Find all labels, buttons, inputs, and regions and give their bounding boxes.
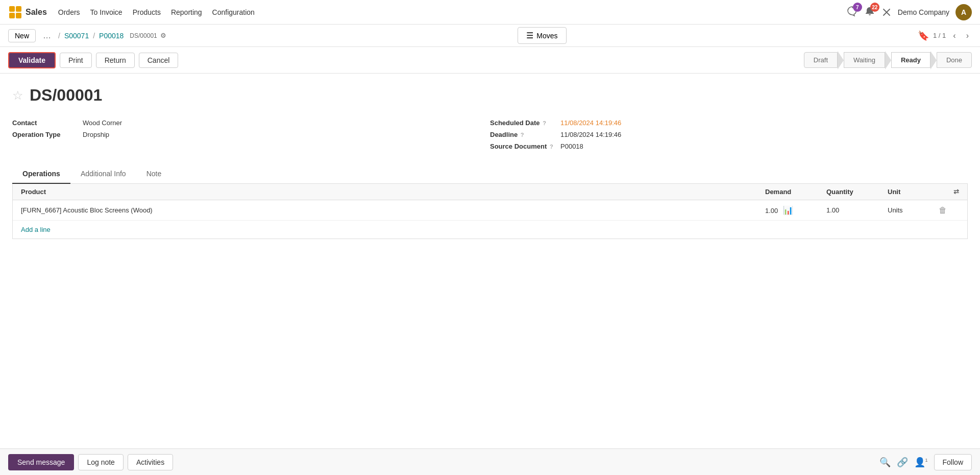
operation-type-label: Operation Type bbox=[12, 131, 79, 138]
followers-icon[interactable]: 👤1 bbox=[914, 457, 928, 468]
breadcrumb-bar: New … / S00071 / P00018 DS/00001 ⚙ ☰ Mov… bbox=[0, 25, 980, 47]
sep2: / bbox=[93, 32, 95, 40]
col-quantity: Quantity bbox=[826, 188, 888, 196]
table-row: [FURN_6667] Acoustic Bloc Screens (Wood)… bbox=[13, 200, 967, 221]
svg-rect-0 bbox=[9, 6, 15, 12]
add-line-link[interactable]: Add a line bbox=[13, 221, 59, 239]
new-button[interactable]: New bbox=[8, 29, 36, 42]
arrow-draft bbox=[838, 51, 844, 69]
nav-products[interactable]: Products bbox=[132, 6, 162, 18]
close-icon[interactable] bbox=[881, 7, 892, 17]
scheduled-date-field: Scheduled Date ? 11/08/2024 14:19:46 bbox=[490, 117, 968, 129]
contact-field: Contact Wood Corner bbox=[12, 117, 490, 129]
nav-to-invoice[interactable]: To Invoice bbox=[89, 6, 124, 18]
activities-button[interactable]: Activities bbox=[128, 454, 173, 470]
deadline-help-icon[interactable]: ? bbox=[521, 132, 524, 138]
status-draft[interactable]: Draft bbox=[804, 52, 838, 68]
brand-name: Sales bbox=[26, 8, 47, 17]
operation-type-field: Operation Type Dropship bbox=[12, 129, 490, 140]
col-product: Product bbox=[21, 188, 765, 196]
breadcrumb-p00018[interactable]: P00018 bbox=[99, 32, 124, 40]
tab-operations[interactable]: Operations bbox=[12, 164, 70, 184]
avatar[interactable]: A bbox=[955, 4, 972, 20]
return-button[interactable]: Return bbox=[96, 53, 135, 68]
unit-value[interactable]: Units bbox=[888, 206, 939, 214]
more-options-button[interactable]: … bbox=[40, 30, 54, 41]
sep1: / bbox=[58, 32, 60, 40]
deadline-label: Deadline ? bbox=[490, 131, 556, 138]
validate-button[interactable]: Validate bbox=[8, 52, 56, 68]
tab-note[interactable]: Note bbox=[136, 164, 172, 184]
record-title: DS/00001 bbox=[30, 86, 102, 105]
right-fields: Scheduled Date ? 11/08/2024 14:19:46 Dea… bbox=[490, 117, 968, 152]
contact-label: Contact bbox=[12, 119, 79, 127]
send-message-button[interactable]: Send message bbox=[8, 454, 74, 470]
quantity-value[interactable]: 1.00 bbox=[826, 206, 888, 214]
doc-meta: DS/00001 ⚙ bbox=[130, 32, 166, 39]
action-bar: Validate Print Return Cancel Draft Waiti… bbox=[0, 47, 980, 74]
svg-rect-1 bbox=[16, 6, 21, 12]
next-page-button[interactable]: › bbox=[963, 30, 972, 41]
moves-label: Moves bbox=[536, 32, 557, 40]
activity-notifications[interactable]: 22 bbox=[864, 6, 875, 18]
nav-reporting[interactable]: Reporting bbox=[170, 6, 203, 18]
product-name[interactable]: [FURN_6667] Acoustic Bloc Screens (Wood) bbox=[21, 206, 765, 214]
log-note-button[interactable]: Log note bbox=[78, 454, 124, 470]
cancel-button[interactable]: Cancel bbox=[139, 53, 179, 68]
chat-notifications[interactable]: 7 bbox=[847, 6, 858, 18]
print-button[interactable]: Print bbox=[60, 53, 92, 68]
operations-table: Product Demand Quantity Unit ⇄ [FURN_666… bbox=[12, 184, 968, 239]
arrow-ready bbox=[930, 51, 937, 69]
operation-type-value[interactable]: Dropship bbox=[83, 131, 109, 138]
contact-value[interactable]: Wood Corner bbox=[83, 119, 122, 127]
attachment-icon[interactable]: 🔗 bbox=[897, 457, 908, 468]
status-done[interactable]: Done bbox=[937, 52, 972, 68]
status-waiting[interactable]: Waiting bbox=[844, 52, 885, 68]
source-doc-value[interactable]: P00018 bbox=[560, 142, 583, 150]
top-navigation: Sales Orders To Invoice Products Reporti… bbox=[0, 0, 980, 25]
table-header: Product Demand Quantity Unit ⇄ bbox=[13, 184, 967, 200]
settings-icon[interactable]: ⚙ bbox=[160, 32, 166, 39]
footer-right: 🔍 🔗 👤1 Follow bbox=[879, 454, 972, 470]
favorite-star-icon[interactable]: ☆ bbox=[12, 88, 23, 103]
source-doc-field: Source Document ? P00018 bbox=[490, 140, 968, 152]
scheduled-date-value[interactable]: 11/08/2024 14:19:46 bbox=[560, 119, 621, 127]
footer: Send message Log note Activities 🔍 🔗 👤1 … bbox=[0, 448, 980, 475]
scheduled-date-label: Scheduled Date ? bbox=[490, 119, 556, 127]
arrow-waiting bbox=[885, 51, 891, 69]
source-doc-label: Source Document ? bbox=[490, 142, 556, 150]
nav-configuration[interactable]: Configuration bbox=[211, 6, 256, 18]
logo-icon bbox=[8, 5, 22, 19]
col-demand: Demand bbox=[765, 188, 826, 196]
status-ready[interactable]: Ready bbox=[891, 52, 930, 68]
tab-additional-info[interactable]: Additional Info bbox=[70, 164, 136, 184]
svg-rect-3 bbox=[16, 13, 21, 18]
search-icon[interactable]: 🔍 bbox=[879, 457, 891, 468]
prev-page-button[interactable]: ‹ bbox=[950, 30, 959, 41]
moves-button[interactable]: ☰ Moves bbox=[518, 27, 566, 44]
add-line-row: Add a line bbox=[13, 221, 967, 239]
deadline-value[interactable]: 11/08/2024 14:19:46 bbox=[560, 131, 621, 138]
source-doc-help-icon[interactable]: ? bbox=[550, 144, 553, 150]
app-logo[interactable]: Sales bbox=[8, 5, 47, 19]
company-name: Demo Company bbox=[898, 8, 949, 16]
demand-value: 1.00 📊 bbox=[765, 205, 826, 215]
scheduled-date-help-icon[interactable]: ? bbox=[543, 120, 546, 126]
hamburger-icon: ☰ bbox=[526, 31, 533, 40]
left-fields: Contact Wood Corner Operation Type Drops… bbox=[12, 117, 490, 152]
col-unit: Unit bbox=[888, 188, 939, 196]
main-content: ☆ DS/00001 Contact Wood Corner Operation… bbox=[0, 74, 980, 239]
nav-orders[interactable]: Orders bbox=[57, 6, 81, 18]
delete-row-icon[interactable]: 🗑 bbox=[939, 206, 959, 215]
col-adjust-icon[interactable]: ⇄ bbox=[953, 188, 959, 196]
svg-rect-2 bbox=[9, 13, 15, 18]
follow-button[interactable]: Follow bbox=[934, 454, 972, 470]
record-title-row: ☆ DS/00001 bbox=[12, 86, 968, 105]
tabs-bar: Operations Additional Info Note bbox=[12, 164, 968, 184]
nav-right: 7 22 Demo Company A bbox=[847, 4, 972, 20]
bookmark-icon[interactable]: 🔖 bbox=[918, 30, 929, 41]
main-nav: Orders To Invoice Products Reporting Con… bbox=[57, 6, 256, 18]
doc-id: DS/00001 bbox=[130, 32, 157, 39]
forecast-chart-icon[interactable]: 📊 bbox=[783, 206, 793, 215]
breadcrumb-s00071[interactable]: S00071 bbox=[64, 32, 89, 40]
